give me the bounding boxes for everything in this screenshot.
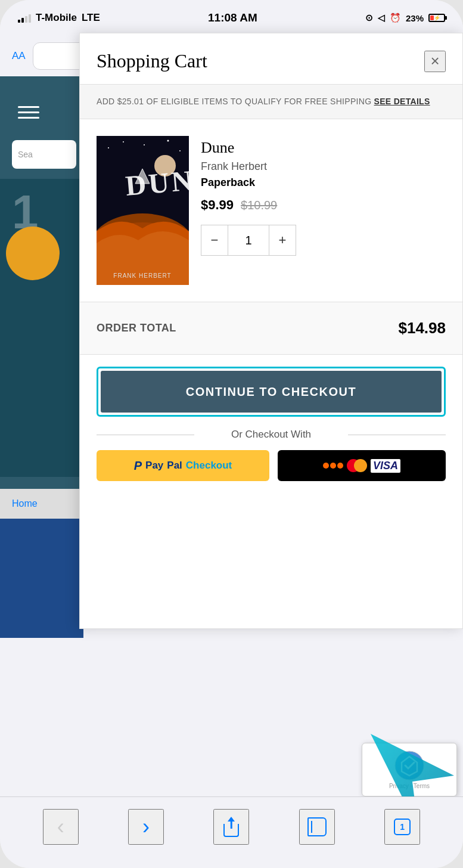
order-total-section: ORDER TOTAL $14.98 — [80, 302, 462, 355]
bookmarks-button[interactable] — [299, 809, 335, 845]
quantity-increase-button[interactable]: + — [269, 225, 296, 256]
pay-dots-icon — [323, 463, 343, 469]
quantity-control: − 1 + — [201, 225, 446, 256]
phone-frame: T-Mobile LTE 11:08 AM ⊙ ◁ ⏰ 23% ⚡ AA 🔒 b… — [0, 0, 463, 868]
bg-home-breadcrumb: Home — [0, 489, 83, 519]
see-details-link[interactable]: SEE DETAILS — [374, 97, 430, 106]
paypal-pal: Pal — [167, 460, 182, 472]
order-total-value: $14.98 — [398, 319, 446, 337]
forward-icon — [142, 814, 150, 839]
signal-bars-icon — [18, 13, 31, 23]
price-original: $10.99 — [241, 199, 277, 212]
cart-header: Shopping Cart × — [80, 33, 462, 85]
tabs-icon — [394, 819, 411, 835]
quantity-decrease-button[interactable]: − — [201, 225, 228, 256]
status-right: ⊙ ◁ ⏰ 23% ⚡ — [365, 13, 445, 23]
back-button[interactable] — [43, 809, 79, 845]
shipping-text: ADD $25.01 OF ELIGIBLE ITEMS TO QUALIFY … — [97, 95, 446, 108]
bg-search-bar: Sea — [12, 140, 76, 169]
paypal-checkout-button[interactable]: P Pay Pal Checkout — [97, 450, 269, 481]
bg-circle-decoration — [6, 227, 60, 280]
svg-point-6 — [167, 140, 169, 142]
paypal-checkout-label: Checkout — [186, 460, 232, 472]
item-format: Paperback — [201, 176, 446, 189]
paypal-p-icon: P — [134, 459, 142, 473]
payment-options: P Pay Pal Checkout VISA — [97, 450, 446, 481]
bg-blue-promo — [0, 519, 83, 638]
carrier-label: T-Mobile — [36, 12, 77, 24]
text-size-button[interactable]: AA — [12, 50, 26, 62]
quantity-input[interactable]: 1 — [228, 225, 269, 256]
item-details: Dune Frank Herbert Paperback $9.99 $10.9… — [201, 136, 446, 285]
share-button[interactable] — [213, 809, 249, 845]
item-title: Dune — [201, 139, 446, 157]
visa-icon: VISA — [371, 459, 400, 473]
shopping-cart-modal: Shopping Cart × ADD $25.01 OF ELIGIBLE I… — [79, 33, 463, 629]
svg-text:FRANK HERBERT: FRANK HERBERT — [113, 272, 171, 279]
svg-point-3 — [108, 147, 109, 148]
checkout-section: CONTINUE TO CHECKOUT Or Checkout With P … — [80, 355, 462, 493]
svg-point-7 — [179, 150, 181, 151]
bottom-navigation — [0, 796, 463, 868]
svg-point-4 — [123, 141, 124, 142]
bookmarks-icon — [307, 817, 327, 836]
back-icon — [57, 814, 64, 839]
price-current: $9.99 — [201, 197, 234, 213]
status-bar: T-Mobile LTE 11:08 AM ⊙ ◁ ⏰ 23% ⚡ — [0, 0, 463, 36]
tabs-button[interactable] — [384, 809, 420, 845]
order-total-label: ORDER TOTAL — [97, 322, 176, 334]
or-checkout-divider: Or Checkout With — [97, 429, 446, 441]
alarm-icon: ⏰ — [390, 13, 401, 23]
forward-button[interactable] — [128, 809, 164, 845]
close-button[interactable]: × — [424, 51, 446, 72]
cart-item: DUNE FRANK HERBERT Dune Frank Herbert Pa… — [80, 119, 462, 302]
cart-title: Shopping Cart — [97, 50, 207, 72]
other-payment-button[interactable]: VISA — [278, 450, 446, 481]
or-checkout-text: Or Checkout With — [231, 429, 311, 440]
battery-icon: ⚡ — [428, 14, 445, 22]
network-label: LTE — [82, 12, 100, 24]
time-label: 11:08 AM — [208, 11, 257, 24]
continue-to-checkout-button[interactable]: CONTINUE TO CHECKOUT — [101, 371, 442, 413]
svg-point-5 — [144, 144, 145, 145]
share-icon — [222, 817, 240, 837]
shipping-banner: ADD $25.01 OF ELIGIBLE ITEMS TO QUALIFY … — [80, 85, 462, 119]
item-author: Frank Herbert — [201, 160, 446, 173]
checkout-button-wrapper: CONTINUE TO CHECKOUT — [97, 367, 446, 417]
location-icon: ⊙ — [365, 13, 373, 23]
price-row: $9.99 $10.99 — [201, 197, 446, 213]
status-left: T-Mobile LTE — [18, 12, 100, 24]
book-cover-image: DUNE FRANK HERBERT — [97, 136, 189, 285]
mastercard-icon — [347, 459, 367, 472]
battery-percent: 23% — [406, 13, 424, 23]
hamburger-menu-icon — [18, 106, 39, 119]
paypal-label: Pay — [145, 460, 163, 472]
navigation-icon: ◁ — [378, 13, 385, 23]
